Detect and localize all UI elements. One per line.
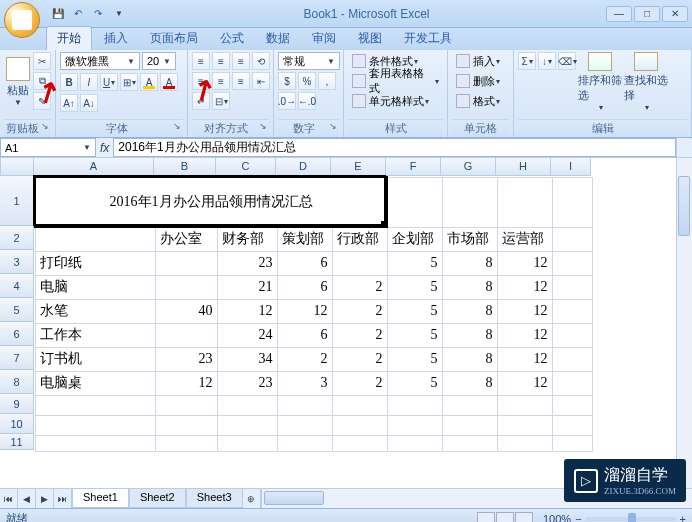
cell[interactable] [552, 435, 592, 451]
cell[interactable] [217, 435, 277, 451]
sheet-tab-Sheet3[interactable]: Sheet3 [186, 489, 243, 508]
col-header-G[interactable]: G [441, 158, 496, 176]
cell[interactable]: 23 [217, 371, 277, 395]
cell[interactable]: 23 [217, 251, 277, 275]
insert-cells-button[interactable]: 插入▾ [452, 52, 504, 70]
cell[interactable]: 2 [332, 371, 387, 395]
clear-icon[interactable]: ⌫▾ [558, 52, 576, 70]
office-button[interactable] [4, 2, 40, 38]
col-header-A[interactable]: A [34, 158, 154, 176]
format-cells-button[interactable]: 格式▾ [452, 92, 504, 110]
sheet-nav-first-icon[interactable]: ⏮ [0, 489, 18, 508]
zoom-slider[interactable] [586, 517, 676, 521]
name-box[interactable]: A1▼ [0, 138, 96, 157]
maximize-button[interactable]: □ [634, 6, 660, 22]
align-right-icon[interactable]: ≡ [232, 72, 250, 90]
cell[interactable] [332, 435, 387, 451]
cell[interactable]: 23 [155, 347, 217, 371]
dialog-launcher-icon[interactable]: ↘ [41, 121, 49, 131]
merge-center-button[interactable]: ⊟▾ [212, 92, 230, 110]
dialog-launcher-icon[interactable]: ↘ [173, 121, 181, 131]
vertical-scrollbar[interactable] [676, 158, 692, 488]
cell[interactable] [332, 415, 387, 435]
cell[interactable]: 订书机 [35, 347, 155, 371]
delete-cells-button[interactable]: 删除▾ [452, 72, 504, 90]
percent-icon[interactable]: % [298, 72, 316, 90]
cell[interactable]: 8 [442, 251, 497, 275]
cell[interactable] [552, 371, 592, 395]
underline-button[interactable]: U▾ [100, 73, 118, 91]
row-header-11[interactable]: 11 [0, 434, 34, 450]
ribbon-tab-1[interactable]: 插入 [94, 27, 138, 50]
cell[interactable] [332, 251, 387, 275]
align-center-icon[interactable]: ≡ [212, 72, 230, 90]
sheet-nav-next-icon[interactable]: ▶ [36, 489, 54, 508]
cell[interactable]: 12 [217, 299, 277, 323]
col-header-I[interactable]: I [551, 158, 591, 176]
align-bottom-icon[interactable]: ≡ [232, 52, 250, 70]
format-painter-icon[interactable]: ✎ [33, 92, 51, 110]
cell[interactable]: 6 [277, 275, 332, 299]
ribbon-tab-0[interactable]: 开始 [46, 26, 92, 50]
cell[interactable] [155, 435, 217, 451]
cell[interactable] [35, 415, 155, 435]
cell[interactable] [552, 177, 592, 227]
cell[interactable] [552, 275, 592, 299]
cell[interactable]: 12 [277, 299, 332, 323]
cell[interactable]: 水笔 [35, 299, 155, 323]
italic-button[interactable]: I [80, 73, 98, 91]
cell[interactable]: 财务部 [217, 227, 277, 251]
zoom-out-icon[interactable]: − [575, 513, 581, 523]
cell[interactable]: 5 [387, 323, 442, 347]
cell[interactable] [497, 435, 552, 451]
cell[interactable] [277, 395, 332, 415]
cell[interactable]: 电脑 [35, 275, 155, 299]
cell[interactable] [155, 275, 217, 299]
cell[interactable]: 12 [497, 275, 552, 299]
row-header-10[interactable]: 10 [0, 414, 34, 434]
font-size-combo[interactable]: 20▼ [142, 52, 176, 70]
cell[interactable]: 8 [442, 371, 497, 395]
cell[interactable] [552, 227, 592, 251]
formula-bar[interactable]: 2016年1月办公用品领用情况汇总 [113, 138, 676, 157]
sort-filter-button[interactable]: 排序和筛选▾ [578, 52, 622, 112]
row-header-9[interactable]: 9 [0, 394, 34, 414]
cell[interactable] [387, 415, 442, 435]
sheet-tab-Sheet1[interactable]: Sheet1 [72, 489, 129, 508]
cell[interactable]: 6 [277, 323, 332, 347]
fill-icon[interactable]: ↓▾ [538, 52, 556, 70]
cell[interactable]: 12 [155, 371, 217, 395]
cell[interactable]: 市场部 [442, 227, 497, 251]
cell[interactable] [442, 395, 497, 415]
cell[interactable]: 12 [497, 251, 552, 275]
cell[interactable]: 企划部 [387, 227, 442, 251]
row-header-3[interactable]: 3 [0, 250, 34, 274]
cell[interactable] [277, 415, 332, 435]
cell[interactable]: 工作本 [35, 323, 155, 347]
col-header-H[interactable]: H [496, 158, 551, 176]
zoom-level[interactable]: 100% [543, 513, 571, 523]
cell[interactable] [552, 299, 592, 323]
title-cell[interactable]: 2016年1月办公用品领用情况汇总 [35, 177, 387, 227]
cell[interactable] [552, 251, 592, 275]
format-as-table-button[interactable]: 套用表格格式▾ [348, 72, 443, 90]
col-header-E[interactable]: E [331, 158, 386, 176]
sheet-nav-prev-icon[interactable]: ◀ [18, 489, 36, 508]
cell[interactable]: 12 [497, 299, 552, 323]
dialog-launcher-icon[interactable]: ↘ [259, 121, 267, 131]
sheet-tab-Sheet2[interactable]: Sheet2 [129, 489, 186, 508]
cell[interactable] [552, 395, 592, 415]
cell[interactable] [442, 415, 497, 435]
cell[interactable] [387, 435, 442, 451]
cell[interactable]: 3 [277, 371, 332, 395]
cell[interactable]: 2 [277, 347, 332, 371]
cell[interactable] [442, 177, 497, 227]
cut-icon[interactable]: ✂ [33, 52, 51, 70]
normal-view-icon[interactable] [477, 512, 495, 523]
cell[interactable]: 8 [442, 275, 497, 299]
col-header-C[interactable]: C [216, 158, 276, 176]
redo-icon[interactable]: ↷ [90, 6, 106, 22]
cell[interactable]: 办公室 [155, 227, 217, 251]
cell[interactable] [552, 415, 592, 435]
cell[interactable]: 8 [442, 347, 497, 371]
